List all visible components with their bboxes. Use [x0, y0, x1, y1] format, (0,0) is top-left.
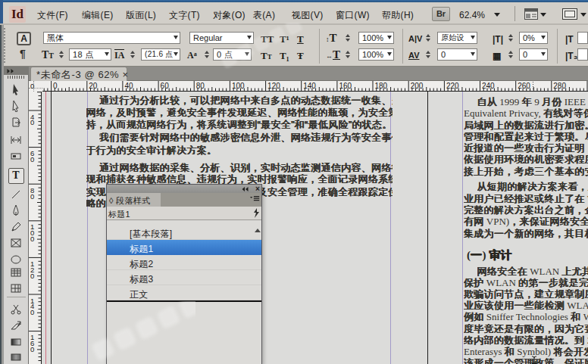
- svg-text:0: 0: [30, 235, 34, 243]
- svg-text:0: 0: [30, 192, 34, 201]
- svg-text:0: 0: [30, 308, 34, 316]
- svg-text:0: 0: [30, 272, 34, 280]
- svg-text:T: T: [12, 170, 20, 181]
- svg-text:0: 0: [30, 345, 34, 353]
- svg-text:0: 0: [30, 118, 34, 126]
- svg-text:0: 0: [30, 155, 34, 163]
